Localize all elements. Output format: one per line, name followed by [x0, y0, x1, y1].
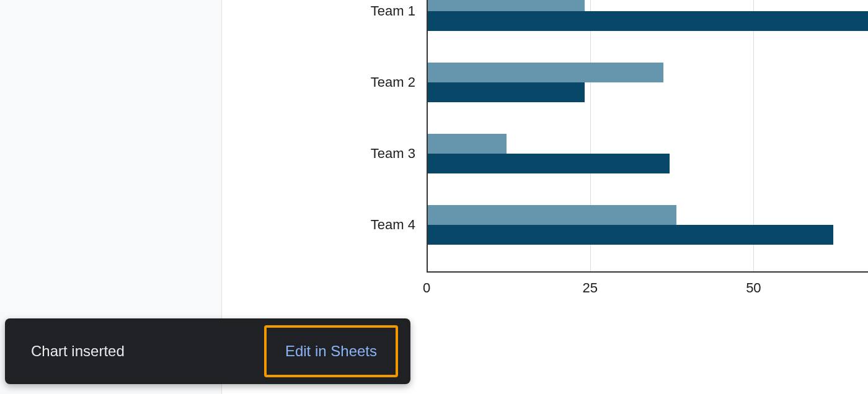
chart-plot[interactable]: 0 25 50 Team 1 Team 2 Team 3 Team 4 [427, 0, 868, 273]
bar-team4-seriesB[interactable] [428, 225, 833, 245]
toast-notification: Chart inserted Edit in Sheets [5, 318, 410, 384]
bar-team2-seriesB[interactable] [428, 82, 585, 102]
bar-team3-seriesA[interactable] [428, 134, 507, 154]
x-tick-label: 25 [582, 280, 597, 296]
chart-container: 0 25 50 Team 1 Team 2 Team 3 Team 4 [222, 0, 868, 310]
category-label: Team 1 [371, 3, 415, 19]
category-label: Team 3 [371, 146, 415, 162]
toast-message: Chart inserted [31, 343, 125, 360]
x-axis [427, 271, 868, 273]
category-label: Team 2 [371, 74, 415, 90]
bar-team3-seriesB[interactable] [428, 154, 670, 173]
category-label: Team 4 [371, 217, 415, 233]
x-tick-label: 50 [746, 280, 761, 296]
x-tick-label: 0 [423, 280, 430, 296]
bar-team4-seriesA[interactable] [428, 205, 676, 225]
bar-team1-seriesB[interactable] [428, 11, 868, 31]
bar-team2-seriesA[interactable] [428, 63, 663, 82]
bar-team1-seriesA[interactable] [428, 0, 585, 11]
edit-in-sheets-button[interactable]: Edit in Sheets [264, 325, 398, 377]
y-axis [427, 0, 428, 273]
